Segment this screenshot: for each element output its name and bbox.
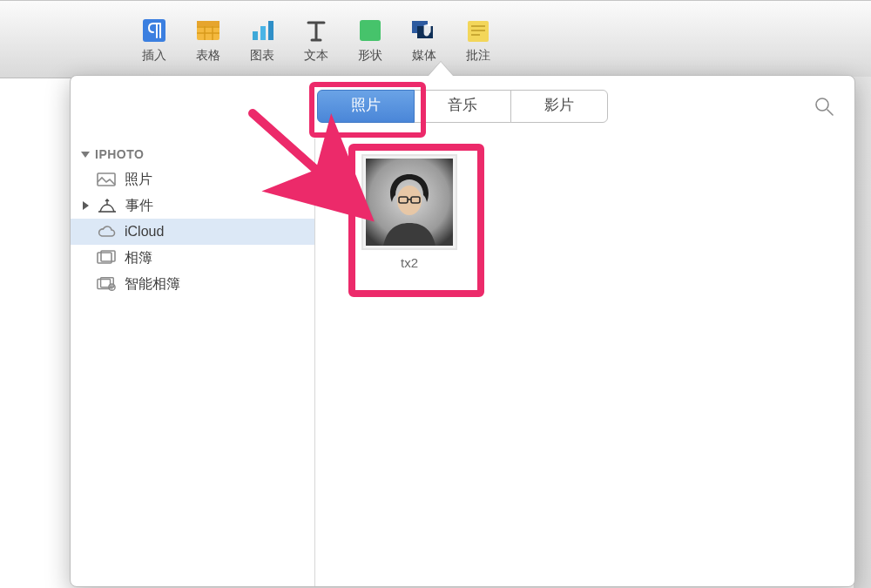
svg-rect-4 [260,26,266,40]
sidebar-section-title: IPHOTO [95,147,144,161]
media-content-grid: tx2 [315,139,854,586]
svg-rect-0 [143,19,165,42]
svg-point-10 [816,98,828,111]
media-thumbnail[interactable]: tx2 [361,154,458,270]
sidebar-item-smart-albums[interactable]: 智能相簿 [71,271,314,297]
toolbar-item-label: 图表 [250,49,274,61]
search-icon[interactable] [813,95,835,118]
thumbnail-image [361,154,457,250]
cloud-icon [97,224,116,240]
sidebar-section-header[interactable]: IPHOTO [71,139,314,166]
toolbar-item-insert[interactable]: 插入 [139,16,169,61]
photo-icon [97,172,116,187]
svg-point-18 [397,186,422,215]
smart-albums-icon [97,276,116,292]
tab-movies[interactable]: 影片 [510,90,608,123]
toolbar-item-label: 表格 [196,49,220,61]
sidebar-item-albums[interactable]: 相簿 [71,245,314,271]
toolbar-item-label: 文本 [304,49,328,61]
shape-icon [355,16,385,45]
popover-arrow [429,62,453,76]
toolbar-item-text[interactable]: 文本 [301,16,331,61]
table-icon [193,16,223,45]
sidebar-item-label: 照片 [125,171,152,189]
pilcrow-icon [139,16,169,45]
albums-icon [97,250,116,266]
sidebar-item-label: 事件 [125,197,153,215]
toolbar-item-table[interactable]: 表格 [193,16,223,61]
tab-photos[interactable]: 照片 [317,90,415,123]
comment-icon [463,16,493,45]
text-icon [301,16,331,45]
media-tabs: 照片 音乐 影片 [317,90,608,123]
toolbar-item-comment[interactable]: 批注 [463,16,493,61]
toolbar-item-label: 批注 [466,49,490,61]
media-sidebar: IPHOTO 照片 事件 iCloud [71,139,315,586]
toolbar-item-label: 插入 [142,49,166,61]
tab-music[interactable]: 音乐 [414,90,511,123]
svg-rect-5 [268,21,273,40]
chevron-right-icon [83,201,89,210]
events-icon [98,198,117,213]
svg-rect-2 [197,21,219,26]
thumbnail-label: tx2 [401,255,418,270]
sidebar-item-label: 智能相簿 [125,275,180,294]
sidebar-item-events[interactable]: 事件 [71,193,314,219]
svg-rect-3 [253,31,258,40]
toolbar-item-shape[interactable]: 形状 [355,16,385,61]
media-icon [409,16,439,45]
right-panel-strip [854,77,871,588]
sidebar-item-label: 相簿 [125,249,152,267]
media-popover: 照片 音乐 影片 IPHOTO 照片 [70,75,855,587]
disclosure-triangle-icon [81,152,90,158]
svg-rect-6 [360,20,381,41]
toolbar-item-chart[interactable]: 图表 [247,16,277,61]
app-toolbar: 插入 表格 图表 [139,16,493,61]
toolbar-item-media[interactable]: 媒体 [409,16,439,61]
sidebar-item-photos[interactable]: 照片 [71,166,314,193]
chart-icon [247,16,277,45]
sidebar-item-icloud[interactable]: iCloud [71,219,314,245]
toolbar-item-label: 媒体 [412,49,436,61]
toolbar-item-label: 形状 [358,49,382,61]
sidebar-item-label: iCloud [125,224,164,240]
